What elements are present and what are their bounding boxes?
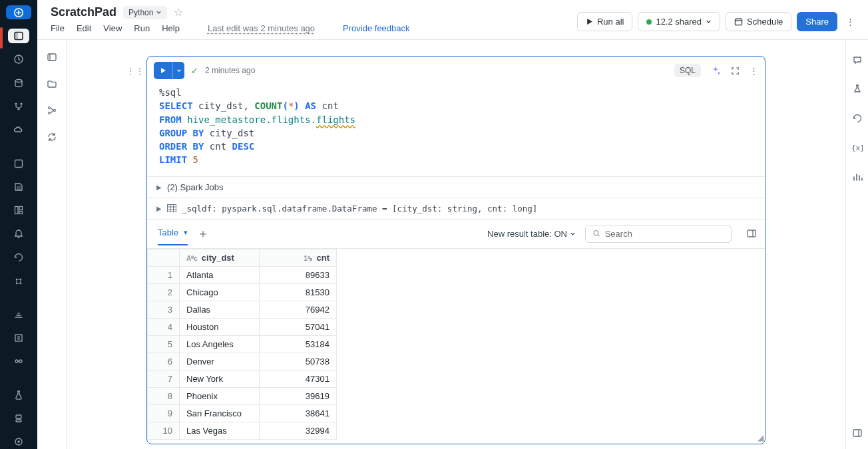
table-row[interactable]: 8 Phoenix 39619 [148, 387, 337, 404]
svg-rect-23 [48, 54, 56, 61]
create-button[interactable] [6, 5, 31, 19]
status-check-icon: ✓ [191, 66, 198, 76]
tab-table[interactable]: Table ▾ [158, 227, 188, 245]
models-icon[interactable] [8, 411, 29, 425]
mlflow-icon[interactable] [851, 82, 864, 96]
folder-icon[interactable] [45, 77, 59, 90]
result-tabs: Table ▾ ＋ New result table: ON [147, 219, 765, 249]
table-row[interactable]: 7 New York 47301 [148, 370, 337, 387]
data-ingestion-icon[interactable] [8, 307, 29, 321]
run-all-button[interactable]: Run all [577, 12, 632, 31]
history-icon[interactable] [8, 251, 29, 265]
result-table: Aᴮccity_dst 1²₃cnt 1 Atlanta 896332 Chic… [147, 249, 765, 444]
workflows-icon[interactable] [8, 100, 29, 114]
table-row[interactable]: 1 Atlanta 89633 [148, 266, 337, 283]
last-edit-link[interactable]: Last edit was 2 minutes ago [208, 23, 315, 33]
share-button[interactable]: Share [797, 12, 837, 31]
queries-icon[interactable] [8, 180, 29, 194]
menu-file[interactable]: File [51, 23, 65, 33]
cluster-dropdown[interactable]: 12.2 shared [638, 12, 720, 31]
row-number: 6 [148, 353, 180, 370]
cell-more-icon[interactable]: ⋮ [750, 66, 758, 76]
expand-triangle-icon[interactable]: ▶ [156, 184, 162, 191]
svg-rect-20 [16, 420, 21, 422]
dashboards-icon[interactable] [8, 204, 29, 218]
svg-point-25 [48, 112, 50, 114]
cell-cnt: 81530 [260, 283, 337, 301]
chevron-down-icon[interactable]: ▾ [184, 228, 188, 237]
cell-toolbar: ✓ 2 minutes ago SQL ⋮ [147, 57, 765, 83]
catalog-icon[interactable] [8, 76, 29, 90]
cell-city: Houston [180, 318, 260, 335]
outline-icon[interactable] [45, 51, 59, 64]
code-editor[interactable]: %sql SELECT city_dst, COUNT(*) AS cnt FR… [147, 83, 765, 176]
svg-point-32 [594, 231, 598, 235]
table-row[interactable]: 4 Houston 57041 [148, 318, 337, 335]
cluster-status-indicator [646, 19, 652, 25]
collapse-right-icon[interactable] [851, 426, 864, 440]
table-row[interactable]: 10 Las Vegas 32994 [148, 422, 337, 439]
run-cell-button[interactable] [154, 62, 184, 79]
variables-icon[interactable]: {x} [851, 141, 864, 154]
pipelines-icon[interactable] [8, 355, 29, 369]
svg-point-12 [16, 278, 18, 280]
feedback-link[interactable]: Provide feedback [343, 23, 409, 33]
table-row[interactable]: 6 Denver 50738 [148, 353, 337, 370]
column-header-cnt[interactable]: 1²₃cnt [260, 249, 337, 266]
notebook-title[interactable]: ScratchPad [51, 5, 116, 19]
code-cell[interactable]: ⋮⋮ ✓ 2 minutes ago SQL ⋮ %sql SELECT cit… [146, 56, 765, 444]
left-rail [0, 0, 37, 449]
menu-run[interactable]: Run [134, 23, 150, 33]
svg-point-5 [15, 103, 17, 105]
cell-language-pill[interactable]: SQL [674, 64, 701, 77]
alerts-icon[interactable] [8, 227, 29, 241]
refresh-icon[interactable] [45, 130, 59, 144]
cell-city: Phoenix [180, 387, 260, 404]
toggle-panel-icon[interactable] [746, 228, 757, 239]
search-input[interactable] [585, 225, 732, 243]
menu-help[interactable]: Help [162, 23, 180, 33]
experiments-icon[interactable] [8, 388, 29, 402]
svg-rect-28 [853, 430, 861, 436]
row-number: 3 [148, 301, 180, 318]
language-dropdown[interactable]: Python [123, 6, 167, 19]
feature-store-icon[interactable] [8, 435, 29, 449]
result-table-toggle[interactable]: New result table: ON [487, 229, 576, 244]
svg-point-18 [19, 360, 22, 363]
expand-triangle-icon[interactable]: ▶ [156, 205, 162, 212]
favorite-star-icon[interactable]: ☆ [174, 6, 183, 19]
charts-icon[interactable] [851, 170, 864, 184]
dataframe-info-row[interactable]: ▶ _sqldf: pyspark.sql.dataframe.DataFram… [147, 198, 765, 219]
cell-cnt: 32994 [260, 422, 337, 439]
resize-handle-icon[interactable]: ◢ [758, 433, 763, 442]
svg-point-7 [17, 108, 19, 110]
menu-edit[interactable]: Edit [77, 23, 91, 33]
recents-icon[interactable] [8, 53, 29, 67]
cell-city: Dallas [180, 301, 260, 318]
table-row[interactable]: 2 Chicago 81530 [148, 283, 337, 301]
compute-icon[interactable] [8, 123, 29, 137]
revision-history-icon[interactable] [851, 112, 864, 125]
svg-rect-9 [15, 207, 19, 214]
cell-cnt: 53184 [260, 335, 337, 353]
table-row[interactable]: 5 Los Angeles 53184 [148, 335, 337, 353]
column-header-city[interactable]: Aᴮccity_dst [180, 249, 260, 266]
table-row[interactable]: 9 San Francisco 38641 [148, 404, 337, 422]
spark-jobs-row[interactable]: ▶ (2) Spark Jobs [147, 176, 765, 198]
menu-view[interactable]: View [103, 23, 122, 33]
expand-icon[interactable] [730, 66, 740, 76]
comments-icon[interactable] [851, 53, 864, 67]
delta-tables-icon[interactable] [8, 331, 29, 345]
run-options-dropdown[interactable] [172, 62, 184, 79]
drag-handle-icon[interactable]: ⋮⋮ [126, 66, 144, 76]
assistant-icon[interactable] [710, 65, 721, 76]
sql-editor-icon[interactable] [8, 156, 29, 170]
tree-icon[interactable] [45, 104, 59, 117]
table-row[interactable]: 3 Dallas 76942 [148, 301, 337, 318]
more-menu-icon[interactable]: ⋮ [843, 17, 857, 27]
add-tab-button[interactable]: ＋ [197, 225, 209, 247]
workspace-icon[interactable] [8, 29, 29, 43]
row-number-header[interactable] [148, 249, 180, 266]
schedule-button[interactable]: Schedule [726, 12, 791, 31]
warehouses-icon[interactable] [8, 274, 29, 288]
